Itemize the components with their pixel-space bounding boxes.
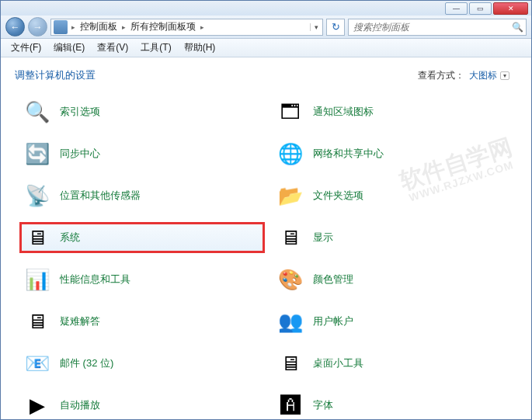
cp-item-label: 颜色管理: [313, 272, 353, 286]
cp-item-label: 通知区域图标: [313, 105, 374, 119]
cp-item-fonts[interactable]: 🅰字体: [273, 390, 518, 419]
cp-item-label: 系统: [60, 231, 80, 245]
cp-item-mail[interactable]: 📧邮件 (32 位): [19, 348, 265, 379]
folder-icon: 📂: [277, 182, 304, 209]
network-icon: 🌐: [277, 141, 304, 167]
cp-item-label: 用户帐户: [313, 314, 353, 328]
gadgets-icon: 🖥: [277, 350, 304, 377]
cp-item-sync[interactable]: 🔄同步中心: [19, 138, 265, 169]
display-icon: 🖥: [277, 224, 304, 251]
cp-item-label: 疑难解答: [60, 314, 100, 328]
search-box[interactable]: 🔍: [348, 19, 527, 36]
cp-item-sensors[interactable]: 📡位置和其他传感器: [19, 180, 265, 211]
cp-item-label: 邮件 (32 位): [60, 356, 113, 370]
users-icon: 👥: [277, 308, 304, 335]
mail-icon: 📧: [24, 350, 50, 377]
nav-back-button[interactable]: ←: [5, 17, 25, 36]
items-grid: 🔍索引选项🗔通知区域图标🔄同步中心🌐网络和共享中心📡位置和其他传感器📂文件夹选项…: [15, 96, 517, 419]
cp-item-label: 文件夹选项: [313, 189, 363, 203]
navigation-bar: ← → ▸ 控制面板 ▸ 所有控制面板项 ▸ ▾ ↻ 🔍: [1, 16, 531, 39]
content-area: 软件自学网 WWW.RJZXW.COM 调整计算机的设置 查看方式： 大图标 ▾…: [1, 57, 531, 419]
cp-item-label: 性能信息和工具: [60, 272, 130, 286]
menu-edit[interactable]: 编辑(E): [48, 40, 90, 56]
search-icon[interactable]: 🔍: [509, 22, 526, 33]
system-icon: 🖥: [24, 224, 50, 251]
close-button[interactable]: ✕: [493, 2, 528, 15]
address-dropdown-button[interactable]: ▾: [310, 23, 322, 31]
view-mode-row: 查看方式： 大图标 ▾: [418, 69, 509, 82]
page-title: 调整计算机的设置: [15, 68, 96, 82]
control-panel-icon: [54, 20, 68, 34]
minimize-button[interactable]: —: [445, 2, 468, 15]
cp-item-indexing[interactable]: 🔍索引选项: [19, 96, 265, 127]
indexing-icon: 🔍: [24, 99, 50, 125]
cp-item-label: 位置和其他传感器: [60, 189, 141, 203]
cp-item-label: 字体: [313, 398, 333, 412]
fonts-icon: 🅰: [277, 392, 304, 418]
sensors-icon: 📡: [24, 182, 50, 209]
refresh-button[interactable]: ↻: [326, 19, 345, 36]
cp-item-label: 自动播放: [60, 398, 100, 412]
menu-help[interactable]: 帮助(H): [179, 40, 221, 56]
cp-item-label: 网络和共享中心: [313, 147, 384, 161]
menu-tools[interactable]: 工具(T): [135, 40, 176, 56]
chevron-right-icon[interactable]: ▸: [70, 23, 77, 31]
sync-icon: 🔄: [24, 141, 50, 167]
view-mode-value: 大图标: [469, 69, 497, 82]
chevron-right-icon[interactable]: ▸: [120, 23, 127, 31]
view-mode-select[interactable]: 大图标 ▾: [469, 69, 509, 82]
color-icon: 🎨: [277, 266, 304, 293]
cp-item-label: 索引选项: [60, 105, 100, 119]
breadcrumb-control-panel[interactable]: 控制面板: [77, 20, 120, 33]
control-panel-window: — ▭ ✕ ← → ▸ 控制面板 ▸ 所有控制面板项 ▸ ▾ ↻ 🔍 文件(F)…: [0, 0, 532, 420]
cp-item-network[interactable]: 🌐网络和共享中心: [273, 138, 518, 169]
maximize-button[interactable]: ▭: [469, 2, 492, 15]
cp-item-tray[interactable]: 🗔通知区域图标: [273, 96, 518, 127]
nav-forward-button[interactable]: →: [28, 17, 47, 36]
content-header: 调整计算机的设置 查看方式： 大图标 ▾: [15, 68, 517, 82]
cp-item-label: 桌面小工具: [313, 356, 363, 370]
autoplay-icon: ▶: [24, 392, 50, 418]
cp-item-gadgets[interactable]: 🖥桌面小工具: [273, 348, 518, 379]
cp-item-perf[interactable]: 📊性能信息和工具: [19, 264, 265, 295]
titlebar: — ▭ ✕: [1, 1, 531, 16]
menubar: 文件(F) 编辑(E) 查看(V) 工具(T) 帮助(H): [1, 39, 531, 57]
cp-item-color[interactable]: 🎨颜色管理: [273, 264, 518, 295]
cp-item-folder[interactable]: 📂文件夹选项: [273, 180, 518, 211]
menu-view[interactable]: 查看(V): [92, 40, 134, 56]
menu-file[interactable]: 文件(F): [5, 40, 47, 56]
cp-item-label: 显示: [313, 231, 333, 245]
search-input[interactable]: [349, 22, 509, 33]
perf-icon: 📊: [24, 266, 50, 293]
address-bar[interactable]: ▸ 控制面板 ▸ 所有控制面板项 ▸ ▾: [50, 19, 323, 36]
tray-icon: 🗔: [277, 99, 304, 125]
cp-item-label: 同步中心: [60, 147, 100, 161]
chevron-down-icon: ▾: [500, 71, 509, 80]
view-mode-label: 查看方式：: [418, 69, 464, 82]
chevron-right-icon[interactable]: ▸: [199, 23, 206, 31]
cp-item-system[interactable]: 🖥系统: [19, 222, 265, 253]
breadcrumb-all-items[interactable]: 所有控制面板项: [127, 20, 199, 33]
trouble-icon: 🖥: [24, 308, 50, 335]
cp-item-users[interactable]: 👥用户帐户: [273, 306, 518, 337]
cp-item-autoplay[interactable]: ▶自动播放: [19, 390, 265, 419]
cp-item-trouble[interactable]: 🖥疑难解答: [19, 306, 265, 337]
cp-item-display[interactable]: 🖥显示: [273, 222, 518, 253]
